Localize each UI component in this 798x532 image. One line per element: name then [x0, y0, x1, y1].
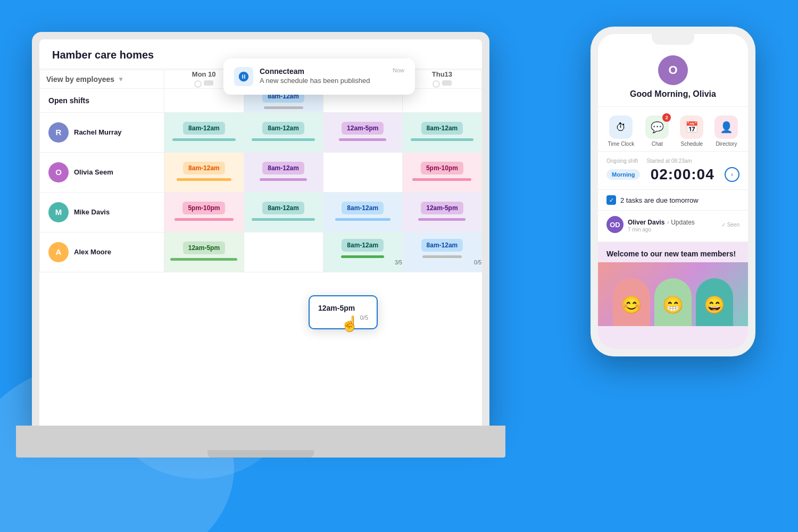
directory-icon: 👤 [714, 115, 738, 139]
chat-label: Chat [652, 141, 663, 147]
shift-mike-tue[interactable]: 8am-12am [244, 192, 323, 232]
popup-shift-time: 12am-5pm [318, 304, 368, 312]
update-info: Oliver Davis › Updates 7 min ago [628, 217, 695, 232]
welcome-image: 😊 😁 😄 [598, 262, 748, 326]
welcome-card: Welcome to our new team members! 😊 😁 😄 [598, 242, 748, 349]
employee-name-mike: Mike Davis [74, 208, 110, 216]
employee-cell-rachel: R Rachel Murray [40, 112, 164, 152]
timer-arrow-button[interactable]: › [725, 167, 739, 182]
phone: O Good Morning, Olivia ⏱ Time Clock 💬 2 … [591, 27, 755, 356]
shift-olivia-wed [323, 152, 402, 192]
phone-nav-chat[interactable]: 💬 2 Chat [645, 115, 669, 147]
shift-rachel-tue[interactable]: 8am-12am [244, 112, 323, 152]
shift-badge: 12am-5pm [342, 122, 384, 135]
update-header: OD Oliver Davis › Updates 7 min ago ✓ Se… [606, 216, 739, 233]
employee-row-mike: M Mike Davis 5pm-10pm 8am-12am [40, 192, 482, 232]
phone-nav-timeclock[interactable]: ⏱ Time Clock [608, 115, 635, 147]
shift-bar [252, 218, 315, 221]
directory-label: Directory [716, 141, 737, 147]
schedule-grid: View by employees ▼ Mon 10 [39, 69, 482, 272]
shift-bar [422, 255, 462, 258]
shift-rachel-thu[interactable]: 8am-12am [402, 112, 481, 152]
shift-alex-mon[interactable]: 12am-5pm [164, 232, 244, 272]
laptop-screen-inner: Hamber care homes View by employees ▼ [39, 39, 482, 426]
update-section[interactable]: OD Oliver Davis › Updates 7 min ago ✓ Se… [598, 211, 748, 242]
shift-timer-row: Morning 02:00:04 › [606, 166, 739, 183]
shift-rachel-mon[interactable]: 8am-12am [164, 112, 244, 152]
phone-avatar: O [658, 55, 688, 85]
person-figure-1: 😊 [613, 278, 650, 326]
view-selector-header[interactable]: View by employees ▼ [40, 70, 164, 88]
employee-cell-olivia: O Olivia Seem [40, 152, 164, 192]
employee-name-olivia: Olivia Seem [74, 168, 113, 176]
day-icon [204, 80, 213, 86]
phone-nav-schedule[interactable]: 📅 Schedule [680, 115, 703, 147]
timeclock-icon: ⏱ [609, 115, 633, 139]
update-channel: Updates [671, 219, 695, 226]
shift-badge: 8am-12am [183, 162, 225, 174]
chat-icon: 💬 2 [645, 115, 669, 139]
employee-row-olivia: O Olivia Seem 8am-12am 8am-12am [40, 152, 482, 192]
shift-olivia-tue[interactable]: 8am-12am [244, 152, 323, 192]
day-icon [442, 80, 452, 86]
shift-mike-wed[interactable]: 8am-12am [323, 192, 402, 232]
shift-badge: 8am-12am [183, 122, 225, 135]
task-check-icon: ✓ [606, 195, 616, 205]
laptop-base [16, 426, 505, 458]
update-name-row: Oliver Davis › Updates [628, 217, 695, 227]
shift-badge: 12am-5pm [421, 202, 463, 214]
schedule-app: Hamber care homes View by employees ▼ [39, 39, 482, 426]
shift-bar [412, 178, 471, 181]
phone-greeting: Good Morning, Olivia [630, 89, 716, 99]
shift-bar [335, 218, 390, 221]
timeclock-label: Time Clock [608, 141, 635, 147]
shift-badge: 5pm-10pm [421, 162, 463, 174]
phone-inner: O Good Morning, Olivia ⏱ Time Clock 💬 2 … [598, 34, 748, 349]
shift-mike-mon[interactable]: 5pm-10pm [164, 192, 244, 232]
shift-badge: 8am-12am [262, 122, 304, 135]
shift-timer-time: 02:00:04 [651, 166, 714, 183]
shift-mike-thu[interactable]: 12am-5pm [402, 192, 481, 232]
shift-olivia-mon[interactable]: 8am-12am [164, 152, 244, 192]
shift-type-badge: Morning [606, 169, 640, 180]
notif-content: Connecteam A new schedule has been publi… [260, 67, 386, 85]
schedule-label: Schedule [680, 141, 703, 147]
employee-cell-alex: A Alex Moore [40, 232, 164, 272]
shift-bar [174, 218, 234, 221]
shift-olivia-thu[interactable]: 5pm-10pm [402, 152, 481, 192]
day-icon [433, 80, 440, 88]
notif-app-name: Connecteam [260, 67, 386, 76]
chat-badge: 2 [662, 113, 671, 122]
laptop: Hamber care homes View by employees ▼ [16, 32, 505, 489]
employee-name-rachel: Rachel Murray [74, 128, 122, 136]
notif-message: A new schedule has been published [260, 77, 386, 85]
phone-nav-directory[interactable]: 👤 Directory [714, 115, 738, 147]
phone-outer: O Good Morning, Olivia ⏱ Time Clock 💬 2 … [591, 27, 755, 356]
shift-bar [411, 138, 474, 141]
shift-bar [177, 178, 232, 181]
open-shifts-label: Open shifts [40, 89, 164, 112]
shift-bar [252, 138, 315, 141]
shift-alex-wed[interactable]: 8am-12am 3/5 [323, 232, 402, 272]
avatar-rachel: R [48, 122, 69, 143]
open-shifts-label-cell: Open shifts [40, 88, 164, 112]
open-shift-bar [264, 106, 303, 109]
welcome-text: Welcome to our new team members! [598, 242, 748, 262]
shift-bar [339, 138, 386, 141]
shift-alex-tue [244, 232, 323, 272]
shift-alex-thu[interactable]: 8am-12am 0/5 [402, 232, 481, 272]
tasks-section[interactable]: ✓ 2 tasks are due tomorrow [598, 190, 748, 211]
view-selector-arrow-icon: ▼ [118, 76, 124, 83]
update-seen: ✓ Seen [721, 222, 739, 228]
shift-badge: 8am-12am [262, 202, 304, 214]
shift-rachel-wed[interactable]: 12am-5pm [323, 112, 402, 152]
phone-nav: ⏱ Time Clock 💬 2 Chat 📅 Schedule [598, 107, 748, 152]
shift-badge: 8am-12am [342, 202, 384, 214]
schedule-icon: 📅 [680, 115, 703, 139]
task-text: 2 tasks are due tomorrow [620, 196, 699, 204]
shift-bar [341, 255, 384, 258]
shift-timer-section: Ongoing shift Started at 08:23am Morning… [598, 152, 748, 190]
person-figure-3: 😄 [696, 278, 733, 326]
avatar-mike: M [48, 202, 69, 222]
shift-bar [170, 258, 237, 261]
